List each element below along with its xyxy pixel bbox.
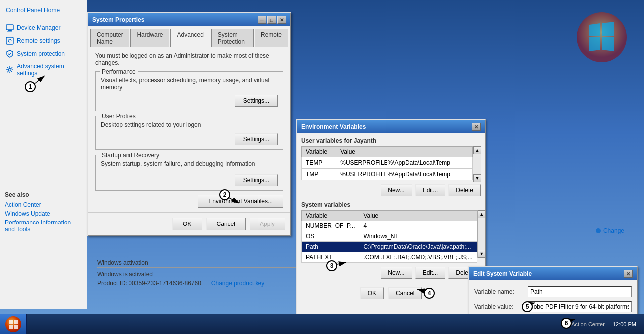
scroll-up-btn[interactable]: ▲ [473, 146, 481, 154]
table-row[interactable]: OS Windows_NT [302, 231, 477, 242]
titlebar-buttons: ─ □ ✕ [258, 16, 286, 24]
sys-var-path-name: Path [302, 242, 359, 252]
sys-var-num-procs-value: 4 [359, 221, 477, 231]
user-delete-button[interactable]: Delete [448, 184, 481, 196]
tab-advanced[interactable]: Advanced [170, 29, 210, 47]
edit-var-title: Edit System Variable [473, 270, 532, 277]
sidebar-item-system-protection[interactable]: System protection [0, 47, 87, 60]
change-product-key-link[interactable]: Change product key [211, 280, 264, 287]
sys-var-os-name: OS [302, 231, 359, 242]
system-props-titlebar: System Properties ─ □ ✕ [88, 13, 290, 26]
tab-system-protection[interactable]: System Protection [211, 29, 254, 47]
env-dialog-title: Environment Variables [301, 123, 366, 130]
user-var-tmp-value: %USERPROFILE%\AppData\Local\Temp [336, 169, 473, 180]
user-vars-section: User variables for Jayanth Variable Valu… [297, 133, 485, 200]
see-also-title: See also [5, 191, 80, 198]
minimize-button[interactable]: ─ [258, 16, 266, 24]
sidebar-link-windows-update[interactable]: Windows Update [5, 210, 80, 217]
user-vars-table: Variable Value TEMP %USERPROFILE%\AppDat… [301, 146, 473, 180]
user-vars-btn-row: New... Edit... Delete [301, 184, 481, 196]
environment-variables-dialog: Environment Variables ✕ User variables f… [296, 119, 486, 329]
sidebar-label-device-manager: Device Manager [17, 24, 60, 31]
var-name-row: Variable name: [474, 286, 632, 297]
performance-label: Performance [100, 68, 138, 75]
apply-button[interactable]: Apply [250, 218, 285, 230]
table-row[interactable]: TEMP %USERPROFILE%\AppData\Local\Temp [302, 157, 473, 169]
taskbar-right: Action Center 12:00 PM [561, 320, 644, 328]
scroll-down-btn[interactable]: ▼ [473, 174, 481, 182]
env-close-button[interactable]: ✕ [472, 123, 481, 131]
performance-group: Performance Visual effects, processor sc… [95, 71, 283, 111]
sidebar-item-device-manager[interactable]: Device Manager [0, 21, 87, 34]
change-link[interactable]: Change [595, 227, 624, 234]
environment-variables-button[interactable]: Environment Variables... [198, 195, 283, 208]
startup-recovery-settings-button[interactable]: Settings... [235, 174, 278, 186]
user-var-temp-name: TEMP [302, 157, 336, 169]
svg-point-5 [8, 39, 11, 42]
startup-recovery-group: Startup and Recovery System startup, sys… [95, 155, 283, 191]
start-button[interactable] [0, 314, 27, 334]
annotation-4: 4 [424, 288, 435, 299]
performance-settings-button[interactable]: Settings... [235, 95, 278, 107]
table-row[interactable]: Path C:\ProgramData\Oracle\Java\javapath… [302, 242, 477, 252]
sidebar-label-advanced-settings: Advanced system settings [17, 63, 81, 77]
env-ok-button[interactable]: OK [360, 287, 384, 299]
control-panel-sidebar: Control Panel Home Device Manager Remote… [0, 0, 87, 309]
svg-rect-17 [9, 325, 13, 329]
sidebar-item-advanced-settings[interactable]: Advanced system settings [0, 60, 87, 79]
system-properties-dialog: System Properties ─ □ ✕ Computer Name Ha… [87, 12, 291, 236]
sidebar-link-performance-info[interactable]: Performance Information and Tools [5, 219, 80, 233]
user-new-button[interactable]: New... [381, 184, 412, 196]
svg-rect-4 [6, 37, 13, 44]
tab-computer-name[interactable]: Computer Name [90, 29, 129, 47]
sys-scroll-down-btn[interactable]: ▼ [478, 250, 486, 258]
windows-watermark [574, 10, 634, 70]
system-vars-label: System variables [301, 201, 481, 208]
env-titlebar-buttons: ✕ [472, 123, 481, 131]
table-row[interactable]: NUMBER_OF_P... 4 [302, 221, 477, 231]
tab-hardware[interactable]: Hardware [130, 29, 169, 47]
user-var-tmp-name: TMP [302, 169, 336, 180]
sidebar-item-remote-settings[interactable]: Remote settings [0, 34, 87, 47]
admin-note: You must be logged on as an Administrato… [95, 52, 283, 66]
system-vars-scrollbar[interactable]: ▲ ▼ [477, 210, 485, 258]
sys-var-col-variable: Variable [302, 211, 359, 221]
sidebar-label-system-protection: System protection [17, 50, 65, 57]
scroll-track [473, 154, 481, 174]
user-profiles-settings-button[interactable]: Settings... [235, 133, 278, 145]
startup-recovery-desc: System startup, system failure, and debu… [101, 160, 278, 167]
see-also-section: See also Action Center Windows Update Pe… [5, 191, 80, 235]
svg-rect-18 [14, 325, 18, 329]
cancel-button[interactable]: Cancel [206, 218, 246, 230]
table-row[interactable]: TMP %USERPROFILE%\AppData\Local\Temp [302, 169, 473, 180]
sidebar-home-link[interactable]: Control Panel Home [0, 4, 87, 17]
gear-icon [6, 66, 14, 74]
computer-icon [6, 24, 14, 32]
svg-rect-15 [9, 320, 13, 324]
var-name-input[interactable] [528, 286, 632, 297]
sys-edit-button[interactable]: Edit... [415, 267, 446, 279]
edit-var-close-button[interactable]: ✕ [624, 270, 633, 278]
sys-scroll-up-btn[interactable]: ▲ [478, 210, 486, 218]
ok-button[interactable]: OK [172, 218, 202, 230]
user-edit-button[interactable]: Edit... [415, 184, 446, 196]
maximize-button[interactable]: □ [267, 16, 276, 24]
var-value-input[interactable] [528, 301, 632, 312]
close-button[interactable]: ✕ [277, 16, 286, 24]
sidebar-divider-1 [0, 19, 87, 19]
action-center-label[interactable]: Action Center [571, 321, 605, 327]
edit-var-titlebar-buttons: ✕ [624, 270, 633, 278]
sys-new-button[interactable]: New... [381, 267, 412, 279]
system-props-footer: OK Cancel Apply [88, 212, 290, 235]
tab-remote[interactable]: Remote [255, 29, 288, 47]
sys-var-pathext-value: .COM;.EXE;.BAT;.CMD;.VBS;.VBE;.JS;... [359, 252, 477, 263]
remote-icon [6, 37, 14, 45]
tabs-bar: Computer Name Hardware Advanced System P… [88, 26, 290, 47]
sidebar-link-action-center[interactable]: Action Center [5, 201, 80, 208]
product-id: Product ID: 00359-233-1714636-86760 [97, 280, 201, 287]
user-vars-scrollbar[interactable]: ▲ ▼ [473, 146, 481, 182]
shield-icon [6, 50, 14, 58]
env-cancel-button[interactable]: Cancel [388, 287, 422, 299]
taskbar: Action Center 12:00 PM [0, 314, 644, 334]
sidebar-label-remote-settings: Remote settings [17, 37, 60, 44]
